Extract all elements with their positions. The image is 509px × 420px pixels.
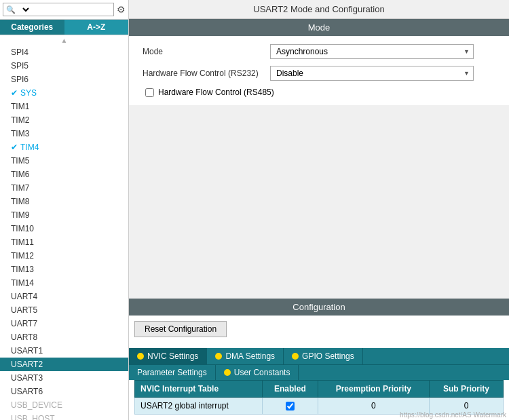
sidebar-item-uart7[interactable]: UART7 [0, 317, 128, 330]
col-sub-priority: Sub Priority [430, 381, 504, 398]
sidebar-item-tim7[interactable]: TIM7 [0, 181, 128, 195]
sidebar-search-box[interactable]: 🔍 [3, 3, 114, 16]
sub-tabs: Parameter Settings User Constants [129, 364, 509, 380]
interrupt-enabled [263, 398, 318, 415]
hw-flow-row: Hardware Flow Control (RS232) Disable [143, 66, 495, 81]
sub-tab-parameter-settings[interactable]: Parameter Settings [129, 365, 216, 380]
settings-icon[interactable]: ⚙ [117, 4, 126, 15]
hw-flow-rs485-label: Hardware Flow Control (RS485) [158, 88, 274, 97]
sidebar-item-label: SYS [20, 88, 37, 98]
sidebar-item-tim2[interactable]: TIM2 [0, 113, 128, 127]
sidebar-item-usart1[interactable]: USART1 [0, 344, 128, 358]
hw-flow-label: Hardware Flow Control (RS232) [143, 69, 265, 78]
config-body: Reset Configuration [129, 316, 509, 348]
mode-select-wrapper: Asynchronous [270, 44, 474, 59]
hw-flow-rs485-checkbox[interactable] [145, 88, 154, 97]
col-interrupt: NVIC Interrupt Table [135, 381, 263, 398]
search-select[interactable] [18, 5, 31, 14]
sidebar-tabs: Categories A->Z [0, 20, 128, 35]
tab-gpio-settings[interactable]: GPIO Settings [284, 348, 363, 364]
sidebar-item-label: UART4 [11, 292, 37, 301]
sidebar-item-label: TIM1 [11, 102, 29, 111]
sidebar: 🔍 ⚙ Categories A->Z ▲ SPI4SPI5SPI6✔SYSTI… [0, 0, 129, 420]
user-constants-dot [224, 369, 231, 376]
sidebar-item-tim11[interactable]: TIM11 [0, 235, 128, 249]
sidebar-item-label: USB_HOST [11, 414, 55, 420]
sidebar-item-tim4[interactable]: ✔TIM4 [0, 140, 128, 154]
sidebar-item-uart5[interactable]: UART5 [0, 303, 128, 317]
sidebar-item-label: USART3 [11, 373, 43, 383]
sidebar-item-label: TIM8 [11, 197, 29, 206]
tab-dma-settings[interactable]: DMA Settings [207, 348, 284, 364]
sidebar-item-usart2[interactable]: USART2 [0, 358, 128, 371]
sidebar-item-tim6[interactable]: TIM6 [0, 168, 128, 181]
sidebar-item-label: SPI5 [11, 61, 29, 71]
reset-config-button[interactable]: Reset Configuration [134, 321, 227, 337]
sidebar-list: SPI4SPI5SPI6✔SYSTIM1TIM2TIM3✔TIM4TIM5TIM… [0, 45, 128, 420]
interrupt-name: USART2 global interrupt [135, 398, 263, 415]
sidebar-item-label: UART8 [11, 332, 37, 342]
mode-row: Mode Asynchronous [143, 44, 495, 59]
interrupt-enabled-checkbox[interactable] [286, 402, 295, 411]
nvic-interrupt-table: NVIC Interrupt Table Enabled Preemption … [134, 380, 504, 415]
config-section: Configuration Reset Configuration NVIC S… [129, 299, 509, 420]
sidebar-item-label: SPI4 [11, 47, 29, 57]
sidebar-item-label: TIM13 [11, 265, 34, 274]
sidebar-item-usb_host[interactable]: USB_HOST [0, 412, 128, 420]
sidebar-item-spi6[interactable]: SPI6 [0, 73, 128, 86]
sidebar-item-spi5[interactable]: SPI5 [0, 59, 128, 73]
sidebar-item-label: TIM2 [11, 115, 29, 125]
sidebar-item-label: TIM14 [11, 278, 34, 288]
sidebar-item-uart8[interactable]: UART8 [0, 330, 128, 344]
gpio-tab-dot [292, 353, 299, 360]
sidebar-item-usb_device[interactable]: USB_DEVICE [0, 398, 128, 412]
sidebar-item-tim8[interactable]: TIM8 [0, 195, 128, 208]
sidebar-item-label: UART5 [11, 305, 37, 315]
sidebar-item-label: TIM9 [11, 210, 29, 220]
tab-az[interactable]: A->Z [64, 20, 129, 35]
sidebar-item-tim10[interactable]: TIM10 [0, 222, 128, 235]
sidebar-item-tim13[interactable]: TIM13 [0, 263, 128, 276]
mode-section-header: Mode [129, 19, 509, 36]
hw-flow-rs485-row: Hardware Flow Control (RS485) [145, 88, 495, 97]
sidebar-item-tim9[interactable]: TIM9 [0, 208, 128, 222]
sidebar-item-label: USB_DEVICE [11, 400, 62, 410]
config-section-header: Configuration [129, 299, 509, 316]
sub-tab-user-constants[interactable]: User Constants [216, 365, 299, 380]
sidebar-item-tim3[interactable]: TIM3 [0, 127, 128, 140]
sidebar-item-usart6[interactable]: USART6 [0, 385, 128, 398]
user-constants-label: User Constants [234, 368, 290, 377]
sidebar-item-label: USART6 [11, 387, 43, 396]
mode-label: Mode [143, 47, 265, 56]
checkmark-icon: ✔ [11, 88, 18, 98]
gpio-tab-label: GPIO Settings [302, 351, 354, 361]
tab-categories[interactable]: Categories [0, 20, 64, 35]
hw-flow-select[interactable]: Disable [270, 66, 474, 81]
nvic-tab-label: NVIC Settings [147, 351, 198, 361]
sidebar-item-tim14[interactable]: TIM14 [0, 276, 128, 290]
sidebar-item-label: USART1 [11, 346, 43, 356]
sidebar-item-tim1[interactable]: TIM1 [0, 100, 128, 113]
sidebar-item-sys[interactable]: ✔SYS [0, 86, 128, 100]
watermark: https://blog.csdn.net/AS Watermark [400, 411, 506, 419]
sidebar-item-label: TIM6 [11, 170, 29, 179]
sidebar-item-label: TIM12 [11, 251, 34, 261]
col-preemption: Preemption Priority [318, 381, 429, 398]
sidebar-item-uart4[interactable]: UART4 [0, 290, 128, 303]
sidebar-item-label: USART2 [11, 360, 43, 369]
sidebar-top: 🔍 ⚙ [0, 0, 128, 20]
sidebar-item-tim12[interactable]: TIM12 [0, 249, 128, 263]
sidebar-item-spi4[interactable]: SPI4 [0, 45, 128, 59]
mode-select[interactable]: Asynchronous [270, 44, 474, 59]
tab-nvic-settings[interactable]: NVIC Settings [129, 348, 207, 364]
sidebar-item-tim5[interactable]: TIM5 [0, 154, 128, 168]
col-enabled: Enabled [263, 381, 318, 398]
parameter-settings-label: Parameter Settings [137, 368, 207, 377]
sidebar-item-label: TIM3 [11, 129, 29, 138]
dma-tab-dot [215, 353, 222, 360]
sidebar-item-label: TIM4 [20, 142, 39, 152]
sidebar-item-label: SPI6 [11, 75, 29, 84]
sidebar-item-label: TIM5 [11, 156, 29, 166]
sidebar-item-usart3[interactable]: USART3 [0, 371, 128, 385]
sidebar-item-label: UART7 [11, 319, 37, 328]
